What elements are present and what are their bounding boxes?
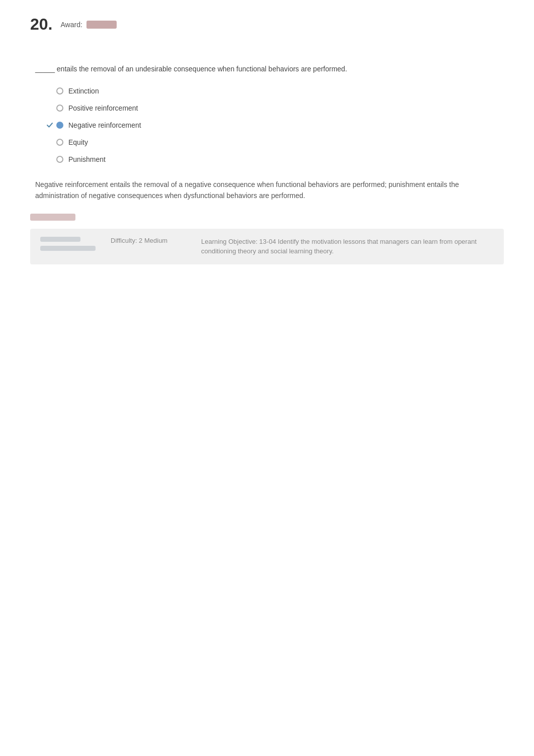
info-card-left	[40, 237, 101, 251]
option-row-b[interactable]: Positive reinforcement	[45, 104, 504, 113]
correct-indicator-d	[45, 138, 54, 147]
award-value	[86, 21, 117, 29]
option-row-e[interactable]: Punishment	[45, 155, 504, 164]
radio-btn-a[interactable]	[56, 87, 63, 94]
correct-indicator-c	[45, 121, 54, 130]
option-label-d: Equity	[68, 138, 88, 146]
award-label: Award:	[60, 21, 82, 29]
correct-indicator-e	[45, 155, 54, 164]
option-row-c[interactable]: Negative reinforcement	[45, 121, 504, 130]
option-label-a: Extinction	[68, 87, 99, 95]
option-label-e: Punishment	[68, 155, 106, 163]
bottom-section: Difficulty: 2 Medium Learning Objective:…	[30, 214, 504, 264]
radio-btn-b[interactable]	[56, 105, 63, 112]
blurred-line-2	[40, 246, 96, 251]
radio-btn-d[interactable]	[56, 139, 63, 146]
question-header: 20. Award:	[30, 15, 504, 34]
info-card: Difficulty: 2 Medium Learning Objective:…	[30, 229, 504, 264]
option-label-b: Positive reinforcement	[68, 104, 138, 112]
checkmark-icon	[46, 122, 53, 129]
difficulty-label: Difficulty: 2 Medium	[111, 237, 191, 244]
answer-options: Extinction Positive reinforcement Negati…	[45, 86, 504, 164]
option-row-d[interactable]: Equity	[45, 138, 504, 147]
option-label-c: Negative reinforcement	[68, 121, 141, 129]
blurred-bar	[30, 214, 75, 221]
correct-indicator-b	[45, 104, 54, 113]
option-row-a[interactable]: Extinction	[45, 86, 504, 96]
correct-indicator-a	[45, 86, 54, 96]
question-number: 20.	[30, 15, 52, 34]
blurred-line-1	[40, 237, 80, 242]
radio-btn-c[interactable]	[56, 122, 63, 129]
radio-btn-e[interactable]	[56, 156, 63, 163]
question-body: _____ entails the removal of an undesira…	[35, 64, 504, 74]
learning-objective: Learning Objective: 13-04 Identify the m…	[201, 237, 494, 256]
explanation-text: Negative reinforcement entails the remov…	[35, 179, 504, 202]
